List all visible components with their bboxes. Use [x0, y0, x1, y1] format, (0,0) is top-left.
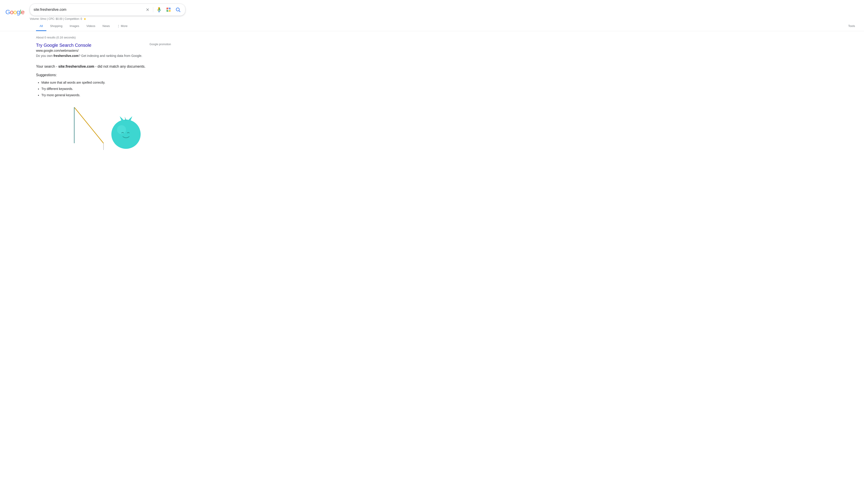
tab-more[interactable]: ⋮ More [113, 22, 131, 31]
no-results-prefix: Your search - [36, 64, 58, 68]
logo-letter-o1: o [10, 9, 13, 16]
suggestion-item: Try different keywords. [41, 86, 171, 92]
voice-search-button[interactable] [155, 6, 163, 13]
logo-letter-e: e [21, 9, 25, 16]
no-results-suffix: - did not match any documents. [94, 64, 146, 68]
tab-more-label: More [121, 24, 128, 28]
tab-all[interactable]: All [36, 22, 46, 31]
suggestion-item: Make sure that all words are spelled cor… [41, 79, 171, 86]
more-dots-icon: ⋮ [117, 24, 120, 28]
logo-letter-g2: g [17, 9, 20, 16]
keyword-info-text: Volume: 0/mo | CPC: $0.00 | Competition:… [30, 17, 82, 21]
microphone-icon [156, 7, 162, 12]
lens-icon [166, 7, 171, 12]
search-bar-container: Volume: 0/mo | CPC: $0.00 | Competition:… [30, 3, 185, 21]
promotion-url: www.google.com/webmasters/ [36, 49, 171, 52]
google-promotion-label: Google promotion [149, 43, 171, 46]
promotion-snippet: Do you own fresherslive.com? Get indexin… [36, 53, 171, 58]
tab-videos[interactable]: Videos [83, 22, 99, 31]
nav-tabs: All Shopping Images Videos News ⋮ More T… [0, 22, 864, 31]
search-input[interactable] [34, 8, 143, 12]
tab-news[interactable]: News [99, 22, 113, 31]
tab-shopping[interactable]: Shopping [46, 22, 66, 31]
no-results-text: Your search - site:fresherslive.com - di… [36, 64, 171, 70]
main-content: About 0 results (0.16 seconds) Google pr… [0, 31, 171, 157]
illustration-area [36, 107, 171, 152]
snippet-suffix: ? Get indexing and ranking data from Goo… [79, 54, 142, 58]
logo-letter-o2: o [13, 9, 17, 16]
suggestion-item: Try more general keywords. [41, 92, 171, 98]
google-logo[interactable]: Google [5, 9, 24, 16]
close-icon [145, 8, 150, 12]
search-icon [175, 7, 181, 12]
clear-button[interactable] [144, 7, 151, 13]
promotion-section: Google promotion Try Google Search Conso… [36, 43, 171, 58]
logo-letter-g: G [5, 9, 10, 16]
no-results-bold: site:fresherslive.com [58, 64, 94, 68]
tab-tools[interactable]: Tools [845, 22, 859, 31]
snippet-prefix: Do you own [36, 54, 53, 58]
snippet-bold: fresherslive.com [53, 54, 79, 58]
header: Google [0, 0, 864, 21]
svg-point-10 [176, 8, 179, 11]
suggestions-list: Make sure that all words are spelled cor… [36, 79, 171, 98]
tab-images[interactable]: Images [66, 22, 83, 31]
fishing-illustration [47, 107, 160, 152]
search-icons [144, 6, 182, 13]
search-bar-divider [153, 7, 153, 12]
search-bar [30, 3, 185, 16]
results-info: About 0 results (0.16 seconds) [36, 36, 171, 39]
search-button[interactable] [175, 6, 182, 13]
svg-point-15 [111, 120, 141, 149]
suggestions-label: Suggestions: [36, 73, 171, 77]
no-results-section: Your search - site:fresherslive.com - di… [36, 64, 171, 98]
svg-line-12 [74, 107, 104, 143]
image-search-button[interactable] [165, 6, 172, 13]
keyword-info: Volume: 0/mo | CPC: $0.00 | Competition:… [30, 16, 185, 21]
svg-line-11 [179, 11, 180, 12]
star-icon[interactable]: ★ [83, 17, 86, 21]
